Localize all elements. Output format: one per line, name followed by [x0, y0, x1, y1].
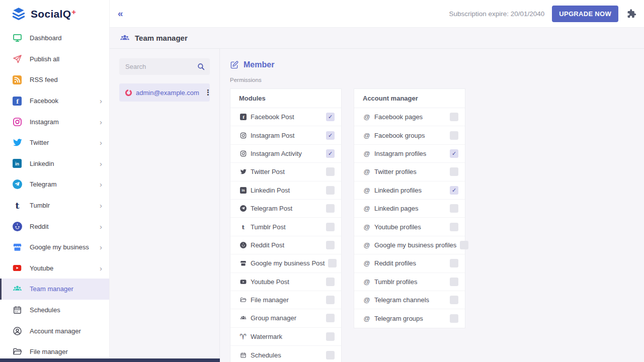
permission-checkbox[interactable]: [326, 204, 335, 213]
linkedin-icon: in: [12, 158, 22, 168]
permission-checkbox[interactable]: [460, 241, 468, 249]
chevron-right-icon: ›: [100, 264, 102, 272]
permission-checkbox[interactable]: ✓: [450, 149, 458, 158]
permission-checkbox[interactable]: [450, 278, 458, 286]
permission-label: Telegram groups: [374, 315, 423, 322]
permission-checkbox[interactable]: [326, 223, 335, 231]
sidebar-item-rss-feed[interactable]: RSS feed: [0, 69, 109, 90]
permission-row-tumblr-profiles: @Tumblr profiles: [354, 273, 465, 291]
permission-label: Facebook groups: [374, 132, 425, 139]
sidebar-item-facebook[interactable]: fFacebook›: [0, 90, 109, 112]
permission-label: Youtube profiles: [374, 223, 421, 231]
permission-row-google-my-business-profiles: @Google my business profiles: [354, 236, 465, 254]
sidebar-item-youtube[interactable]: Youtube›: [0, 258, 109, 279]
sidebar-item-label: Twitter: [30, 139, 49, 146]
users-icon: [239, 315, 247, 321]
chevron-right-icon: ›: [100, 139, 102, 146]
logo[interactable]: SocialQ+: [0, 0, 109, 28]
at-icon: @: [363, 224, 371, 230]
permission-checkbox[interactable]: ✓: [450, 186, 458, 195]
sidebar-item-instagram[interactable]: Instagram›: [0, 111, 109, 132]
monitor-icon: [12, 33, 22, 43]
at-icon: @: [363, 205, 371, 212]
sidebar-item-telegram[interactable]: Telegram›: [0, 174, 109, 195]
permission-row-linkedin-pages: @Linkedin pages: [354, 200, 465, 218]
permission-checkbox[interactable]: [326, 351, 335, 359]
sidebar-collapse-button[interactable]: «: [114, 6, 126, 21]
permission-checkbox[interactable]: [450, 204, 458, 213]
permission-checkbox[interactable]: [326, 296, 335, 304]
member-section-title: Member: [230, 60, 644, 69]
sidebar-item-publish-all[interactable]: Publish all: [0, 49, 109, 70]
chevron-right-icon: ›: [100, 118, 102, 126]
member-menu-icon[interactable]: ⋮: [203, 88, 213, 97]
permission-label: Tumblr profiles: [374, 278, 417, 286]
permission-checkbox[interactable]: ✓: [326, 113, 335, 121]
telegram-icon: [239, 205, 247, 212]
member-search: [119, 58, 210, 75]
chevron-right-icon: ›: [100, 160, 102, 167]
sidebar-item-account-manager[interactable]: Account manager: [0, 320, 109, 341]
tumblr-icon: t: [239, 224, 247, 230]
permission-checkbox[interactable]: [450, 259, 458, 267]
upgrade-now-button[interactable]: UPGRADE NOW: [552, 6, 618, 22]
permission-checkbox[interactable]: [326, 186, 335, 195]
permission-label: Facebook pages: [374, 113, 423, 121]
sidebar-item-label: Linkedin: [30, 160, 54, 167]
permission-checkbox[interactable]: ✓: [326, 149, 335, 158]
search-icon[interactable]: [197, 62, 205, 71]
permission-label: Schedules: [251, 351, 281, 359]
twitter-icon: [12, 138, 22, 148]
puzzle-addons-icon[interactable]: [626, 8, 637, 19]
permission-label: Instagram profiles: [374, 150, 426, 157]
permission-row-google-my-business-post: Google my business Post: [230, 254, 341, 273]
facebook-icon: f: [12, 96, 22, 106]
permission-checkbox[interactable]: [326, 278, 335, 286]
permission-checkbox[interactable]: [450, 314, 458, 323]
permission-checkbox[interactable]: [450, 296, 458, 304]
permission-checkbox[interactable]: [450, 167, 458, 176]
permission-label: Linkedin profiles: [374, 187, 422, 194]
permission-checkbox[interactable]: ✓: [326, 131, 335, 140]
permission-label: Telegram channels: [374, 296, 429, 304]
permission-checkbox[interactable]: [450, 131, 458, 140]
topbar-right: Subscription expire: 20/01/2040 UPGRADE …: [449, 6, 637, 22]
at-icon: @: [363, 168, 371, 175]
sidebar-item-google-my-business[interactable]: Google my business›: [0, 237, 109, 258]
chevron-right-icon: ›: [100, 97, 102, 105]
sidebar-item-tumblr[interactable]: tTumblr›: [0, 195, 109, 216]
permission-checkbox[interactable]: [450, 223, 458, 231]
sidebar-item-reddit[interactable]: Reddit›: [0, 216, 109, 237]
reddit-icon: [239, 242, 247, 248]
sidebar-item-linkedin[interactable]: inLinkedin›: [0, 153, 109, 174]
subscription-expiry-text: Subscription expire: 20/01/2040: [449, 10, 544, 18]
sidebar-item-team-manager[interactable]: Team manager: [0, 279, 109, 300]
reddit-icon: [12, 221, 22, 231]
brand-plus: +: [71, 8, 76, 16]
permission-checkbox[interactable]: [326, 241, 335, 249]
member-list-item[interactable]: admin@example.com ⋮: [119, 83, 210, 102]
svg-text:t: t: [242, 224, 245, 230]
permission-checkbox[interactable]: [450, 113, 458, 121]
permission-checkbox[interactable]: [328, 259, 337, 267]
sidebar-item-schedules[interactable]: Schedules: [0, 300, 109, 321]
permission-row-instagram-activity: Instagram Activity✓: [230, 145, 341, 163]
permission-checkbox[interactable]: [326, 167, 335, 176]
permission-row-watermark: ♈Watermark: [230, 328, 341, 346]
permission-label: Twitter profiles: [374, 168, 417, 175]
sidebar-item-twitter[interactable]: Twitter›: [0, 132, 109, 153]
twitter-icon: [239, 168, 247, 175]
page-title-bar: Team manager: [110, 28, 644, 49]
permission-checkbox[interactable]: [326, 332, 335, 341]
rss-icon: [12, 75, 22, 85]
sidebar-item-dashboard[interactable]: Dashboard: [0, 28, 109, 49]
at-icon: @: [363, 150, 371, 157]
permission-row-reddit-post: Reddit Post: [230, 236, 341, 254]
permission-row-twitter-profiles: @Twitter profiles: [354, 163, 465, 181]
permission-label: Instagram Post: [251, 132, 294, 139]
permission-checkbox[interactable]: [326, 314, 335, 322]
sidebar-item-label: Youtube: [30, 264, 53, 272]
search-input[interactable]: [119, 58, 210, 75]
svg-text:t: t: [15, 201, 19, 210]
sidebar-item-label: Tumblr: [30, 202, 50, 209]
